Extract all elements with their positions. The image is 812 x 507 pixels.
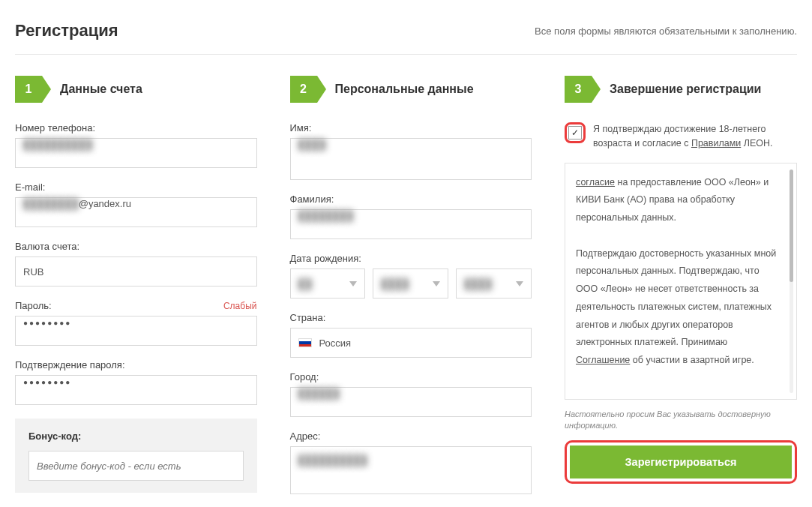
password-label: Пароль: — [15, 300, 52, 311]
currency-select[interactable]: RUB — [15, 256, 257, 286]
step-3-badge: 3 — [565, 76, 592, 103]
bonus-label: Бонус-код: — [28, 430, 244, 442]
consent-link[interactable]: согласие — [576, 177, 615, 188]
email-domain: @yandex.ru — [79, 198, 131, 209]
step-2-badge: 2 — [290, 76, 317, 103]
chevron-down-icon — [349, 281, 357, 286]
country-label: Страна: — [290, 312, 532, 323]
firstname-label: Имя: — [290, 122, 532, 134]
email-input[interactable]: ████████@yandex.ru — [15, 197, 257, 227]
currency-label: Валюта счета: — [15, 241, 257, 252]
email-label: E-mail: — [15, 182, 257, 193]
column-personal: 2 Персональные данные Имя: ████ Фамилия:… — [290, 76, 532, 507]
step-2-header: 2 Персональные данные — [290, 76, 532, 103]
phone-label: Номер телефона: — [15, 122, 257, 134]
step-1-badge: 1 — [15, 76, 42, 103]
age-confirm-checkbox[interactable]: ✓ — [568, 126, 582, 140]
lastname-label: Фамилия: — [290, 194, 532, 205]
city-label: Город: — [290, 371, 532, 382]
required-note: Все поля формы являются обязательными к … — [535, 26, 797, 37]
bonus-input[interactable] — [28, 451, 244, 481]
country-select[interactable]: Россия — [290, 328, 532, 358]
step-1-header: 1 Данные счета — [15, 76, 257, 103]
password-confirm-input[interactable]: ●●●●●●●● — [15, 375, 257, 405]
firstname-input[interactable]: ████ — [290, 138, 532, 180]
currency-value: RUB — [23, 266, 43, 278]
column-completion: 3 Завершение регистрации ✓ Я подтверждаю… — [565, 76, 797, 507]
address-label: Адрес: — [290, 430, 532, 442]
checkbox-highlight: ✓ — [565, 122, 586, 143]
step-1-title: Данные счета — [60, 82, 142, 96]
page-header: Регистрация Все поля формы являются обяз… — [15, 21, 797, 55]
page-title: Регистрация — [15, 21, 118, 40]
dob-day-select[interactable]: ██ — [290, 268, 366, 298]
russia-flag-icon — [298, 338, 312, 347]
step-2-title: Персональные данные — [335, 82, 474, 96]
dob-month-select[interactable]: ████ — [373, 268, 448, 298]
step-3-header: 3 Завершение регистрации — [565, 76, 797, 103]
disclaimer-text: Настоятельно просим Вас указывать достов… — [565, 409, 797, 432]
password-strength: Слабый — [223, 301, 257, 311]
password-input[interactable]: ●●●●●●●● — [15, 316, 257, 346]
dob-year-select[interactable]: ████ — [456, 268, 532, 298]
agreement-link[interactable]: Соглашение — [576, 355, 630, 365]
register-button[interactable]: Зарегистрироваться — [570, 446, 792, 478]
rules-link[interactable]: Правилами — [691, 138, 741, 148]
column-account: 1 Данные счета Номер телефона: █████████… — [15, 76, 257, 507]
bonus-box: Бонус-код: — [15, 418, 257, 493]
lastname-input[interactable]: ████████ — [290, 209, 532, 239]
scrollbar-thumb[interactable] — [790, 170, 793, 282]
password-confirm-label: Подтверждение пароля: — [15, 359, 257, 370]
city-input[interactable]: ██████ — [290, 387, 532, 417]
chevron-down-icon — [433, 281, 440, 286]
age-confirm-text: Я подтверждаю достижение 18-летнего возр… — [593, 122, 797, 151]
address-textarea[interactable]: ██████████ — [290, 446, 532, 494]
phone-input[interactable]: ██████████ — [15, 138, 257, 168]
step-3-title: Завершение регистрации — [610, 82, 761, 96]
terms-box[interactable]: согласие на предоставление ООО «Леон» и … — [565, 163, 797, 400]
submit-highlight: Зарегистрироваться — [565, 440, 797, 484]
country-value: Россия — [319, 338, 352, 349]
chevron-down-icon — [516, 281, 523, 286]
dob-label: Дата рождения: — [290, 253, 532, 264]
